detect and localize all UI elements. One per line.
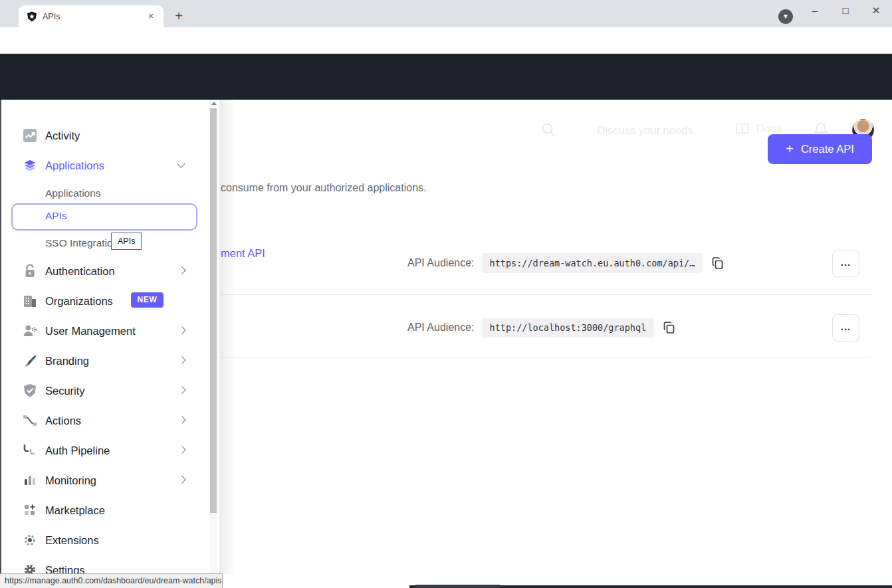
chevron-right-icon <box>178 266 185 274</box>
sidebar-item-marketplace[interactable]: Marketplace <box>0 500 209 520</box>
activity-icon <box>23 128 37 143</box>
api-audience-label: API Audience: <box>407 322 475 334</box>
search-icon[interactable] <box>541 122 556 137</box>
marketplace-grid-icon <box>23 503 37 518</box>
bar-chart-icon <box>23 473 37 488</box>
tab-close-icon[interactable]: × <box>145 11 157 23</box>
divider <box>221 357 871 357</box>
plus-icon: + <box>786 142 794 157</box>
sidebar-shadow <box>219 100 237 574</box>
chevron-right-icon <box>178 326 185 334</box>
api-more-button[interactable]: ... <box>832 250 859 277</box>
sidebar-subitem-apis-label[interactable]: APIs <box>45 210 67 222</box>
shield-check-icon <box>23 383 37 398</box>
sidebar-item-user-management[interactable]: User Management <box>0 321 209 341</box>
discuss-your-needs-button[interactable]: Discuss your needs <box>577 116 713 145</box>
maximize-button[interactable]: □ <box>839 4 852 17</box>
status-bar-link-preview: https://manage.auth0.com/dashboard/eu/dr… <box>0 573 223 588</box>
sidebar-item-auth-pipeline[interactable]: Auth Pipeline <box>0 441 209 460</box>
sidebar-item-extensions[interactable]: Extensions <box>0 530 209 550</box>
tab-apis[interactable]: APIs × <box>19 5 164 27</box>
paintbrush-icon <box>23 353 37 368</box>
chevron-right-icon <box>178 476 185 483</box>
book-icon <box>734 122 750 136</box>
sidebar-item-applications[interactable]: Applications <box>0 155 209 175</box>
apis-tooltip: APIs <box>111 233 142 250</box>
applications-layers-icon <box>23 158 37 173</box>
new-badge: NEW <box>131 292 164 308</box>
tab-title: APIs <box>43 12 145 21</box>
sidebar-scrollbar-thumb[interactable] <box>210 108 217 513</box>
copy-icon[interactable] <box>710 255 726 271</box>
sidebar-subitem-apis-selected[interactable] <box>11 203 197 231</box>
user-gear-icon <box>23 324 37 338</box>
chevron-right-icon <box>178 356 185 363</box>
sidebar-item-organizations[interactable]: Organizations <box>0 291 209 311</box>
auth0-favicon <box>27 11 37 22</box>
tab-strip: APIs × + ▼ – □ ✕ <box>0 0 892 27</box>
sidebar-subitem-sso-integrations[interactable]: SSO Integrations <box>0 233 209 253</box>
new-tab-button[interactable]: + <box>171 9 186 24</box>
page-subtitle: consume from your authorized application… <box>221 182 427 194</box>
chevron-down-icon <box>177 159 185 168</box>
building-icon <box>23 294 37 308</box>
api-audience-label: API Audience: <box>407 257 475 269</box>
media-controls-icon[interactable]: ▼ <box>778 9 793 24</box>
sidebar-item-actions[interactable]: Actions <box>0 411 209 431</box>
browser-toolbar: ← → ⟳ manage.auth0.com/dashboard/eu/drea… <box>0 27 892 54</box>
api-audience-row: API Audience: http://localhost:3000/grap… <box>407 318 677 338</box>
chevron-right-icon <box>178 416 185 423</box>
sidebar-item-branding[interactable]: Branding <box>0 351 209 371</box>
chevron-right-icon <box>178 386 185 393</box>
create-api-label: Create API <box>801 143 854 155</box>
flow-icon <box>23 413 37 428</box>
api-audience-value[interactable]: http://localhost:3000/graphql <box>482 318 655 338</box>
scroll-up-arrow-icon[interactable] <box>211 102 217 105</box>
divider <box>221 294 871 295</box>
create-api-button[interactable]: + Create API <box>768 134 872 164</box>
sidebar-item-activity[interactable]: Activity <box>0 126 209 146</box>
minimize-button[interactable]: – <box>808 4 822 17</box>
sidebar-item-monitoring[interactable]: Monitoring <box>0 470 209 490</box>
chevron-right-icon <box>178 446 185 453</box>
auth0-topnav: dream-watch Discuss your needs Docs <box>0 54 892 100</box>
sidebar-item-authentication[interactable]: Authentication <box>0 261 209 281</box>
browser-window: APIs × + ▼ – □ ✕ ← → ⟳ manage.auth0.com/… <box>0 0 892 588</box>
copy-icon[interactable] <box>661 320 677 336</box>
lock-icon <box>23 264 37 278</box>
api-audience-row: API Audience: https://dream-watch.eu.aut… <box>407 253 726 273</box>
close-button[interactable]: ✕ <box>869 4 883 17</box>
extensions-chip-icon <box>23 533 37 547</box>
sidebar-item-security[interactable]: Security <box>0 381 209 401</box>
api-audience-value[interactable]: https://dream-watch.eu.auth0.com/api/… <box>482 253 703 273</box>
sidebar-subitem-applications[interactable]: Applications <box>0 183 209 203</box>
bottom-cutoff-text <box>415 585 501 588</box>
api-more-button[interactable]: ... <box>832 314 859 342</box>
docs-label: Docs <box>756 122 782 136</box>
pipeline-icon <box>23 443 37 458</box>
